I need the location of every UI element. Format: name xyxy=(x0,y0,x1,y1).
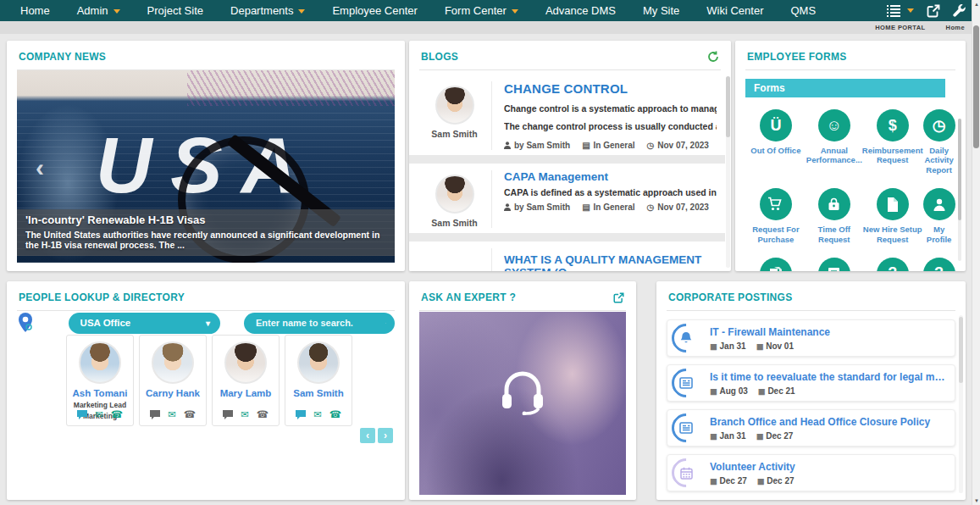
dollar-icon: $ xyxy=(877,109,909,142)
nav-my-site[interactable]: My Site xyxy=(629,0,693,21)
passport-texture xyxy=(187,70,395,106)
posting-volunteer-activity[interactable]: Volunteer Activity ▦Dec 27 ▦Dec 27 xyxy=(667,454,955,491)
ask-expert-image[interactable] xyxy=(419,312,626,495)
blogs-scrollbar[interactable] xyxy=(726,76,730,268)
form-reimbursement-request[interactable]: $ Reimbursement Request xyxy=(862,109,923,175)
page-scrollbar[interactable]: ▲ ▼ xyxy=(972,0,980,505)
shopping-cart-icon xyxy=(760,188,792,220)
corporate-postings-panel: CORPORATE POSTINGS IT - Firewall Mainten… xyxy=(656,281,966,500)
nav-form-center[interactable]: Form Center xyxy=(431,0,532,21)
phone-icon[interactable]: ☎ xyxy=(184,410,196,420)
nav-admin[interactable]: Admin xyxy=(64,0,134,21)
nav-home[interactable]: Home xyxy=(7,0,64,21)
posting-date: ▦Dec 27 xyxy=(710,476,747,486)
chat-icon[interactable] xyxy=(296,410,306,419)
form-daily-activity-report[interactable]: ◷ Daily Activity Report xyxy=(923,109,955,175)
person-card-mary-lamb[interactable]: Mary Lamb ✉ ☎ xyxy=(212,335,280,426)
form-new-hire-setup[interactable]: New Hire Setup Request xyxy=(862,188,923,244)
scrollbar-thumb[interactable] xyxy=(973,25,979,148)
post-separator xyxy=(409,155,725,164)
form-time-off-request[interactable]: Time Off Request xyxy=(806,188,862,244)
dropdown-caret-icon xyxy=(114,9,120,14)
form-report-a-problem[interactable]: ? Report A Problem xyxy=(862,258,923,271)
document-icon xyxy=(877,188,909,220)
avatar xyxy=(435,86,474,125)
form-my-profile[interactable]: My Profile xyxy=(923,188,955,244)
nav-project-site[interactable]: Project Site xyxy=(134,0,217,21)
blogs-panel: BLOGS Sam Smith CHANGE CONTROL Change co… xyxy=(409,41,731,271)
clock-icon: ◷ xyxy=(647,203,655,212)
blog-post[interactable]: Sam Smith CAPA Management CAPA is define… xyxy=(409,164,725,233)
category-icon: ▤ xyxy=(582,141,590,150)
nav-qms[interactable]: QMS xyxy=(778,0,830,21)
dropdown-caret-icon xyxy=(907,8,914,13)
site-contents-menu-icon[interactable] xyxy=(887,5,914,17)
blog-post[interactable]: WHAT IS A QUALITY MANAGEMENT SYSTEM (Q..… xyxy=(409,241,725,271)
posting-firewall-maintenance[interactable]: IT - Firewall Maintenance ▦Jan 31 ▦Nov 0… xyxy=(667,319,955,357)
scroll-up-arrow[interactable]: ▲ xyxy=(972,2,980,7)
form-out-of-office[interactable]: Ü Out Of Office xyxy=(745,109,806,175)
nav-employee-center[interactable]: Employee Center xyxy=(318,0,430,21)
calendar-icon: ▦ xyxy=(757,477,765,486)
form-request-for-purchase[interactable]: Request For Purchase xyxy=(745,188,806,244)
people-search-input[interactable] xyxy=(256,318,385,328)
chat-icon[interactable] xyxy=(77,410,87,419)
form-mileage-reimbursement[interactable]: Mileage Reimbursement xyxy=(745,258,806,271)
forms-scrollbar[interactable] xyxy=(958,119,961,261)
mail-icon[interactable]: ✉ xyxy=(168,410,176,420)
mail-icon[interactable]: ✉ xyxy=(95,410,103,420)
blog-category-meta: ▤In General xyxy=(582,141,634,150)
office-filter-select[interactable]: USA Office ▾ xyxy=(69,313,220,334)
refresh-icon[interactable] xyxy=(707,51,719,63)
blog-post[interactable]: Sam Smith CHANGE CONTROL Change control … xyxy=(409,75,725,155)
blog-post-title[interactable]: WHAT IS A QUALITY MANAGEMENT SYSTEM (Q..… xyxy=(504,253,717,271)
person-card-ash-tomani[interactable]: Ash Tomani Marketing Lead Marketing ✉ ☎ xyxy=(66,335,134,426)
search-icon[interactable] xyxy=(385,318,386,329)
pager-prev-button[interactable]: ‹ xyxy=(360,428,375,443)
news-article-title[interactable]: 'In-country' Renewable H-1B Visas xyxy=(25,214,386,226)
posting-date: ▦Dec 21 xyxy=(758,386,795,396)
phone-icon[interactable]: ☎ xyxy=(111,410,123,420)
posting-office-closure-policy[interactable]: Branch Office and Head Office Closure Po… xyxy=(667,409,955,447)
newspaper-icon xyxy=(674,416,698,440)
carousel-prev-icon[interactable]: ‹ xyxy=(36,155,44,180)
news-carousel-image[interactable]: USA ‹ 'In-country' Renewable H-1B Visas … xyxy=(17,70,395,263)
person-icon xyxy=(504,142,511,149)
blog-post-title[interactable]: CAPA Management xyxy=(504,170,717,183)
top-navbar: Home Admin Project Site Departments Empl… xyxy=(0,0,980,21)
news-caption[interactable]: 'In-country' Renewable H-1B Visas The Un… xyxy=(17,209,395,256)
phone-icon[interactable]: ☎ xyxy=(329,410,341,420)
corporate-scrollbar[interactable] xyxy=(959,315,963,493)
bag-icon xyxy=(818,188,850,220)
people-search-box xyxy=(244,313,395,334)
blog-post-excerpt-line: CAPA is defined as a systematic approach… xyxy=(504,187,717,197)
person-card-carny-hank[interactable]: Carny Hank ✉ ☎ xyxy=(139,335,207,426)
mail-icon[interactable]: ✉ xyxy=(241,410,249,420)
avatar xyxy=(435,175,474,214)
nav-wiki-center[interactable]: Wiki Center xyxy=(693,0,777,21)
mail-icon[interactable]: ✉ xyxy=(313,410,322,420)
calendar-icon: ▦ xyxy=(756,342,764,351)
form-portal-feedback[interactable]: Portal Feedback xyxy=(806,258,862,271)
company-news-panel: COMPANY NEWS USA ‹ 'In-country' Renewabl… xyxy=(7,41,405,271)
chat-icon[interactable] xyxy=(150,410,160,419)
clock-icon: ◷ xyxy=(647,141,655,150)
settings-wrench-icon[interactable] xyxy=(953,4,966,18)
share-icon[interactable] xyxy=(927,4,940,18)
blog-author-meta: by Sam Smith xyxy=(504,141,570,150)
pager-next-button[interactable]: › xyxy=(378,428,393,443)
form-it-help-desk-cases[interactable]: ? IT Help Desk Cases xyxy=(923,258,955,271)
form-annual-performance[interactable]: ☺ Annual Performance... xyxy=(806,109,862,175)
blog-date-meta: ◷Nov 07, 2023 xyxy=(647,203,709,212)
blog-post-title[interactable]: CHANGE CONTROL xyxy=(504,81,717,96)
home-label[interactable]: Home xyxy=(946,24,965,31)
newspaper-icon xyxy=(674,371,698,395)
person-card-sam-smith[interactable]: Sam Smith ✉ ☎ xyxy=(285,335,352,426)
chat-icon[interactable] xyxy=(223,410,233,419)
posting-legal-malpractice[interactable]: Is it time to reevaluate the standard fo… xyxy=(667,364,955,402)
nav-advance-dms[interactable]: Advance DMS xyxy=(532,0,629,21)
phone-icon[interactable]: ☎ xyxy=(257,410,269,420)
nav-departments[interactable]: Departments xyxy=(217,0,318,21)
open-expert-icon[interactable] xyxy=(613,292,624,303)
scroll-down-arrow[interactable]: ▼ xyxy=(972,498,980,503)
